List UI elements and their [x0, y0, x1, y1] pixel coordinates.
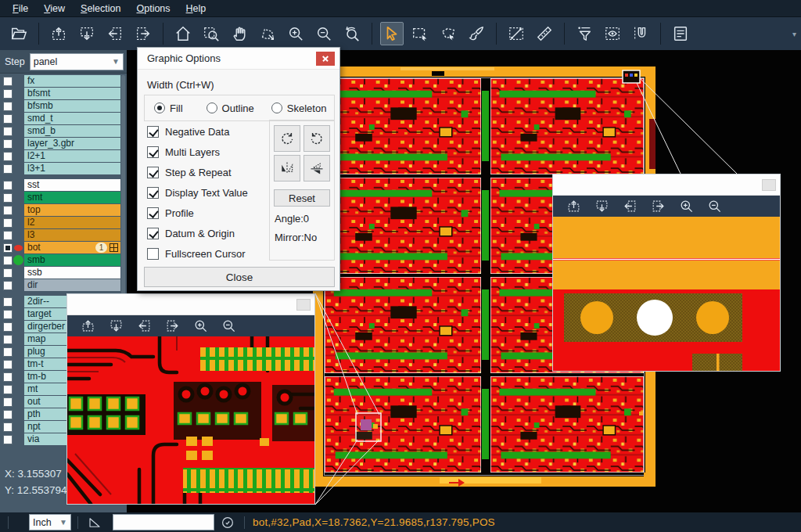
- checkbox-icon[interactable]: [147, 146, 159, 158]
- close-button[interactable]: Close: [144, 267, 335, 287]
- measure-distance-icon[interactable]: [505, 22, 528, 45]
- home-icon[interactable]: [171, 22, 195, 45]
- radio-icon[interactable]: [271, 102, 282, 113]
- radio-skeleton[interactable]: Skeleton: [271, 102, 327, 114]
- layer-checkbox[interactable]: [3, 297, 13, 307]
- zoom-polygon-icon[interactable]: [256, 22, 279, 45]
- preview-title-bar[interactable]: [553, 174, 780, 196]
- preview-window-button[interactable]: [296, 299, 311, 311]
- layer-row-smd_t[interactable]: smd_t: [0, 113, 120, 124]
- menu-selection[interactable]: Selection: [73, 2, 128, 16]
- layer-checkbox[interactable]: [3, 281, 13, 290]
- layer-checkbox[interactable]: [3, 410, 13, 419]
- layer-checkbox[interactable]: [3, 152, 13, 161]
- layer-checkbox[interactable]: [3, 347, 13, 357]
- brush-clean-icon[interactable]: [465, 22, 488, 45]
- pan-right-icon[interactable]: [162, 317, 182, 336]
- pan-left-icon[interactable]: [103, 22, 127, 45]
- layer-row-smb[interactable]: smb: [0, 254, 120, 266]
- preview-window-button[interactable]: [762, 179, 776, 191]
- checkbox-icon[interactable]: [147, 228, 159, 239]
- layer-checkbox[interactable]: [3, 231, 13, 240]
- layer-checkbox[interactable]: [3, 397, 13, 407]
- checkbox-step-repeat[interactable]: Step & Repeat: [147, 165, 232, 179]
- checkbox-icon[interactable]: [147, 248, 159, 260]
- layer-checkbox[interactable]: [3, 102, 13, 111]
- reset-button[interactable]: Reset: [274, 189, 330, 207]
- checkbox-icon[interactable]: [147, 167, 159, 178]
- layer-row-l3[interactable]: l3: [0, 229, 120, 241]
- pan-hand-icon[interactable]: [228, 22, 251, 45]
- layer-checkbox[interactable]: [3, 422, 13, 432]
- filter-icon[interactable]: [573, 22, 596, 45]
- close-icon[interactable]: [316, 52, 335, 66]
- layer-row-fx[interactable]: fx: [0, 75, 120, 87]
- layer-row-ssb[interactable]: ssb: [0, 267, 120, 279]
- mirror-horizontal-button[interactable]: [304, 155, 330, 182]
- layer-row-sst[interactable]: sst: [0, 179, 120, 191]
- layer-checkbox[interactable]: [3, 193, 13, 203]
- zoom-preview-window-1[interactable]: [66, 293, 315, 505]
- menu-help[interactable]: Help: [178, 2, 214, 16]
- zoom-out-icon[interactable]: [312, 22, 336, 45]
- unit-select[interactable]: Inch ▼: [29, 514, 71, 530]
- radio-outline[interactable]: Outline: [207, 102, 254, 114]
- layer-checkbox[interactable]: [3, 77, 13, 86]
- pan-right-icon[interactable]: [648, 197, 668, 216]
- graphic-options-dialog[interactable]: Graphic Options Width (Ctrl+W) Fill Outl…: [137, 47, 340, 291]
- layer-checkbox[interactable]: [3, 243, 13, 253]
- layer-checkbox[interactable]: [3, 164, 13, 174]
- properties-form-icon[interactable]: [669, 22, 692, 45]
- polygon-select-icon[interactable]: [436, 22, 460, 45]
- layer-checkbox[interactable]: [3, 181, 13, 190]
- preview-pcb-detail[interactable]: [67, 336, 314, 504]
- menu-file[interactable]: File: [5, 2, 36, 16]
- layer-checkbox[interactable]: [3, 335, 13, 344]
- step-select[interactable]: panel ▼: [30, 53, 124, 70]
- layer-checkbox[interactable]: [3, 256, 13, 265]
- dialog-title-bar[interactable]: Graphic Options: [138, 48, 339, 70]
- rotate-ccw-button[interactable]: [304, 125, 330, 152]
- checkbox-icon[interactable]: [147, 126, 159, 138]
- checkbox-fullscreen-cursor[interactable]: Fullscreen Cursor: [147, 246, 246, 261]
- checkbox-negative-data[interactable]: Negative Data: [147, 124, 229, 138]
- pan-up-icon[interactable]: [563, 197, 584, 216]
- open-folder-icon[interactable]: [7, 22, 31, 45]
- layer-row-bfsmb[interactable]: bfsmb: [0, 100, 120, 112]
- zoom-previous-icon[interactable]: [340, 22, 364, 45]
- layer-checkbox[interactable]: [3, 218, 13, 228]
- checkbox-multi-layers[interactable]: Multi Layers: [147, 145, 220, 159]
- layer-checkbox[interactable]: [3, 114, 13, 124]
- checkbox-display-text-value[interactable]: Display Text Value: [147, 185, 248, 200]
- angle-measure-icon[interactable]: [88, 516, 102, 530]
- pan-down-icon[interactable]: [75, 22, 99, 45]
- layer-row-l2plus1[interactable]: l2+1: [0, 150, 120, 162]
- pan-down-icon[interactable]: [106, 317, 126, 336]
- toolbar-overflow-icon[interactable]: ▾: [792, 30, 796, 38]
- select-cursor-icon[interactable]: [380, 22, 404, 45]
- zoom-in-icon[interactable]: [190, 317, 210, 336]
- layer-checkbox[interactable]: [3, 322, 13, 332]
- zoom-in-icon[interactable]: [284, 22, 307, 45]
- layer-row-bfsmt[interactable]: bfsmt: [0, 88, 120, 99]
- view-box-icon[interactable]: [601, 22, 624, 45]
- layer-checkbox[interactable]: [3, 127, 13, 136]
- pan-down-icon[interactable]: [591, 197, 612, 216]
- apply-command-icon[interactable]: [221, 516, 235, 530]
- layer-checkbox[interactable]: [3, 385, 13, 394]
- layer-checkbox[interactable]: [3, 372, 13, 382]
- zoom-in-icon[interactable]: [676, 197, 696, 216]
- layer-row-bot[interactable]: bot 1: [0, 242, 120, 253]
- snap-magnet-icon[interactable]: [629, 22, 652, 45]
- layer-checkbox[interactable]: [3, 206, 13, 215]
- zoom-window-icon[interactable]: [199, 22, 223, 45]
- layer-row-l2[interactable]: l2: [0, 217, 120, 228]
- checkbox-icon[interactable]: [147, 187, 159, 199]
- zoom-out-icon[interactable]: [704, 197, 724, 216]
- pan-left-icon[interactable]: [620, 197, 640, 216]
- layer-checkbox[interactable]: [3, 139, 13, 149]
- pan-right-icon[interactable]: [131, 22, 155, 45]
- radio-fill[interactable]: Fill: [154, 102, 183, 114]
- layer-row-top[interactable]: top: [0, 204, 120, 216]
- layer-checkbox[interactable]: [3, 268, 13, 278]
